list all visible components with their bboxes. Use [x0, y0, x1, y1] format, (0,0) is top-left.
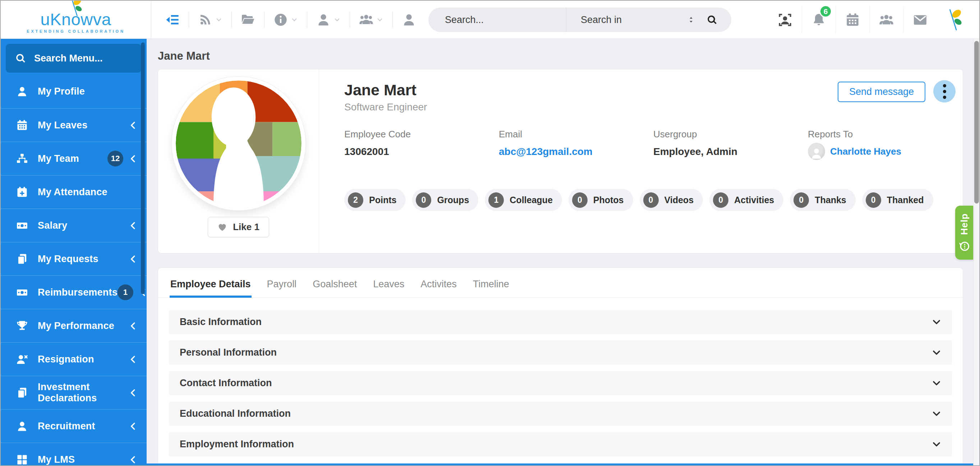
notifications-button[interactable]: 6 [802, 1, 835, 39]
stat-count: 0 [416, 192, 431, 208]
face-attendance-button[interactable] [768, 1, 802, 39]
tab-leaves[interactable]: Leaves [373, 279, 404, 297]
calendar-button[interactable] [836, 1, 869, 39]
reports-to-row: Charlotte Hayes [808, 143, 901, 160]
indent-icon [165, 13, 180, 27]
caret-down-icon [376, 16, 383, 23]
sidebar-item-my-lms[interactable]: My LMS [1, 443, 146, 466]
accordion-basic-information[interactable]: Basic Information [169, 310, 952, 334]
profile-button[interactable] [393, 1, 425, 38]
profile-avatar[interactable] [172, 77, 305, 210]
field-value: Employee, Admin [653, 146, 808, 158]
sidebar-item-my-profile[interactable]: My Profile [1, 75, 146, 108]
tab-timeline[interactable]: Timeline [473, 279, 509, 297]
email-link[interactable]: abc@123gmail.com [499, 146, 653, 158]
sidebar-item-salary[interactable]: Salary [1, 209, 146, 242]
help-tab[interactable]: Help [955, 206, 973, 260]
documents-icon [15, 253, 29, 265]
team-count-badge: 12 [107, 151, 123, 166]
sidebar-item-label: Salary [38, 220, 129, 231]
chevron-left-icon [129, 121, 137, 129]
sidebar-item-label: My Performance [38, 321, 129, 332]
face-scan-icon [778, 13, 792, 27]
field-label: Email [499, 129, 653, 140]
sidebar-menu: My Profile My Leaves My Team 12 My Atten… [1, 75, 146, 466]
sidebar-item-my-leaves[interactable]: My Leaves [1, 108, 146, 142]
bottom-accent-line [146, 463, 973, 465]
like-button[interactable]: Like 1 [208, 217, 269, 237]
stat-count: 0 [572, 192, 587, 208]
accordion-personal-information[interactable]: Personal Information [169, 340, 952, 365]
sidebar-item-reimbursements[interactable]: Reimbursements 1 [1, 275, 146, 309]
uknowva-mini-logo[interactable] [937, 1, 973, 39]
stat-colleague[interactable]: 1Colleague [485, 189, 562, 211]
page-scrollbar-thumb[interactable] [974, 41, 979, 204]
manager-link[interactable]: Charlotte Hayes [830, 146, 901, 157]
chevron-down-icon [932, 348, 941, 357]
send-message-button[interactable]: Send message [838, 81, 925, 102]
stat-label: Activities [734, 195, 774, 205]
tab-goalsheet[interactable]: Goalsheet [313, 279, 357, 297]
accordion-educational-information[interactable]: Educational Information [169, 402, 952, 426]
profile-fields: Employee Code 13062001 Email abc@123gmai… [344, 129, 952, 160]
user-menu-button[interactable] [307, 1, 350, 38]
chevron-left-icon [129, 222, 137, 230]
feeds-button[interactable] [189, 1, 231, 38]
sidebar-item-label: My Attendance [38, 187, 137, 198]
stat-thanked[interactable]: 0Thanked [862, 189, 933, 211]
stat-activities[interactable]: 0Activities [710, 189, 783, 211]
search-icon [15, 53, 26, 64]
sidebar-item-investment-declarations[interactable]: Investment Declarations [1, 376, 146, 409]
stat-photos[interactable]: 0Photos [568, 189, 633, 211]
accordion-title: Basic Information [180, 316, 262, 327]
page-scrollbar-track[interactable] [973, 39, 979, 465]
sitemap-icon [15, 153, 29, 165]
user-group-icon [359, 13, 373, 27]
accordion-title: Employment Information [180, 439, 294, 450]
chevron-left-icon [129, 456, 137, 464]
tab-employee-details[interactable]: Employee Details [170, 279, 251, 297]
more-options-button[interactable] [933, 80, 956, 102]
collapse-sidebar-button[interactable] [156, 1, 189, 38]
uknowva-logo[interactable]: uKnowva EXTENDING COLLABORATION [27, 11, 125, 34]
stat-thanks[interactable]: 0Thanks [790, 189, 856, 211]
search-scope-select[interactable]: Search in [566, 8, 695, 32]
sidebar-scrollbar[interactable] [141, 42, 145, 294]
sidebar-item-recruitment[interactable]: Recruitment [1, 409, 146, 443]
messages-button[interactable] [904, 1, 937, 39]
sidebar-item-label: Reimbursements [38, 287, 118, 298]
chevron-left-icon [129, 389, 137, 397]
search-input[interactable] [428, 8, 566, 32]
sidebar-item-resignation[interactable]: Resignation [1, 342, 146, 376]
user-icon [15, 420, 29, 432]
sidebar-search-box[interactable] [6, 44, 142, 73]
sidebar-item-my-attendance[interactable]: My Attendance [1, 175, 146, 209]
stat-label: Colleague [509, 195, 552, 205]
sidebar-item-label: My Requests [38, 254, 129, 265]
stat-count: 0 [713, 192, 729, 208]
main-content: Jane Mart [146, 39, 973, 465]
sidebar-item-my-performance[interactable]: My Performance [1, 309, 146, 342]
like-label: Like 1 [233, 222, 259, 233]
groups-menu-button[interactable] [350, 1, 393, 38]
accordion-employment-information[interactable]: Employment Information [169, 432, 952, 456]
colleagues-button[interactable] [870, 1, 903, 39]
field-label: Reports To [808, 129, 901, 140]
stat-groups[interactable]: 0Groups [412, 189, 478, 211]
tab-payroll[interactable]: Payroll [267, 279, 297, 297]
info-icon [274, 13, 288, 27]
sidebar-item-my-requests[interactable]: My Requests [1, 242, 146, 275]
accordion-contact-information[interactable]: Contact Information [169, 371, 952, 395]
search-submit-button[interactable] [695, 8, 731, 32]
field-label: Employee Code [344, 129, 499, 140]
stat-videos[interactable]: 0Videos [640, 189, 703, 211]
chevron-down-icon [932, 378, 941, 388]
documents-button[interactable] [232, 1, 264, 38]
sidebar-item-my-team[interactable]: My Team 12 [1, 142, 146, 175]
money-icon [15, 287, 29, 298]
stat-label: Groups [437, 195, 469, 205]
accordion-title: Educational Information [180, 408, 291, 419]
tab-activites[interactable]: Activites [420, 279, 457, 297]
info-menu-button[interactable] [264, 1, 307, 38]
stat-points[interactable]: 2Points [344, 189, 406, 211]
